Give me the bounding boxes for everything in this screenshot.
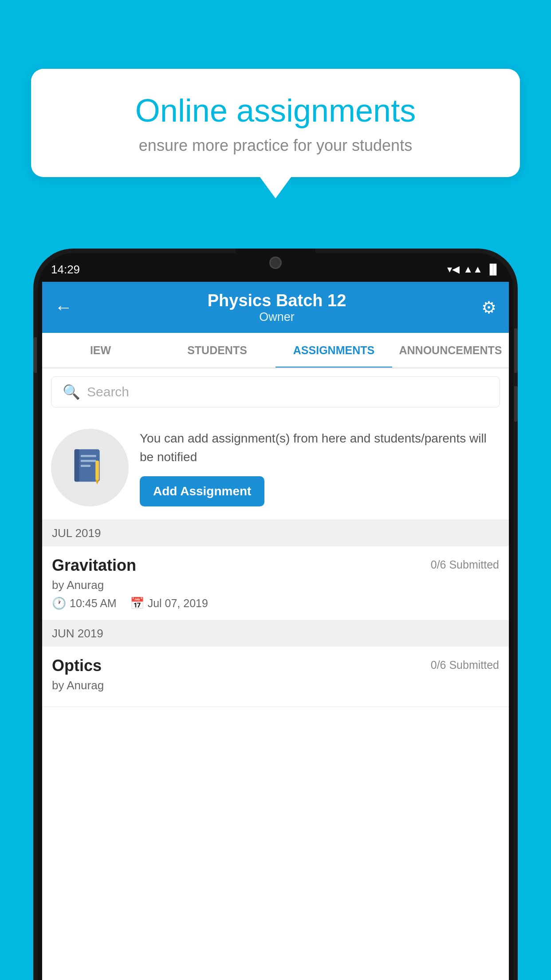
power-button-bottom <box>514 386 518 422</box>
header-center: Physics Batch 12 Owner <box>72 291 481 324</box>
search-icon: 🔍 <box>63 383 80 400</box>
power-button-top <box>514 328 518 373</box>
assignment-item-gravitation[interactable]: Gravitation 0/6 Submitted by Anurag 🕐 10… <box>42 546 509 620</box>
speech-bubble: Online assignments ensure more practice … <box>31 69 520 177</box>
svg-rect-1 <box>75 449 79 482</box>
signal-icon: ▲▲ <box>463 264 483 275</box>
add-assignment-right: You can add assignment(s) from here and … <box>140 429 500 506</box>
phone-inner: 14:29 ▾◀ ▲▲ ▐▌ ← Physics Batch 12 Owner … <box>38 253 513 980</box>
tabs-container: IEW STUDENTS ASSIGNMENTS ANNOUNCEMENTS <box>42 333 509 368</box>
assignment-top: Gravitation 0/6 Submitted <box>52 556 499 575</box>
assignment-submitted-optics: 0/6 Submitted <box>431 659 499 672</box>
status-time: 14:29 <box>51 263 80 277</box>
add-assignment-button[interactable]: Add Assignment <box>140 476 264 506</box>
notch-camera <box>269 257 282 269</box>
svg-rect-5 <box>95 461 99 480</box>
bubble-subtitle: ensure more practice for your students <box>58 136 493 155</box>
tab-announcements[interactable]: ANNOUNCEMENTS <box>392 333 509 368</box>
assignment-name-optics: Optics <box>52 656 102 675</box>
clock-icon: 🕐 <box>52 597 66 610</box>
app-screen: ← Physics Batch 12 Owner ⚙ IEW STUDENTS … <box>42 282 509 980</box>
header-title: Physics Batch 12 <box>72 291 481 310</box>
search-placeholder: Search <box>87 384 129 399</box>
status-icons: ▾◀ ▲▲ ▐▌ <box>447 264 500 275</box>
tab-assignments[interactable]: ASSIGNMENTS <box>276 333 392 368</box>
wifi-icon: ▾◀ <box>447 264 460 275</box>
svg-rect-4 <box>81 465 91 467</box>
svg-rect-3 <box>81 460 96 462</box>
speech-bubble-container: Online assignments ensure more practice … <box>31 69 520 177</box>
battery-icon: ▐▌ <box>486 264 500 275</box>
assignment-item-optics[interactable]: Optics 0/6 Submitted by Anurag <box>42 647 509 707</box>
tab-students[interactable]: STUDENTS <box>159 333 276 368</box>
section-header-jun: JUN 2019 <box>42 620 509 647</box>
assignment-by-optics: by Anurag <box>52 679 499 692</box>
volume-button <box>33 337 37 373</box>
app-header: ← Physics Batch 12 Owner ⚙ <box>42 282 509 333</box>
assignment-by-gravitation: by Anurag <box>52 578 499 592</box>
search-input[interactable]: 🔍 Search <box>51 376 500 407</box>
notebook-icon-circle <box>51 429 129 506</box>
search-container: 🔍 Search <box>42 368 509 415</box>
add-assignment-section: You can add assignment(s) from here and … <box>42 415 509 520</box>
assignment-top-optics: Optics 0/6 Submitted <box>52 656 499 675</box>
phone-frame: 14:29 ▾◀ ▲▲ ▐▌ ← Physics Batch 12 Owner … <box>33 249 518 980</box>
header-subtitle: Owner <box>72 310 481 324</box>
assignment-date-gravitation: 📅 Jul 07, 2019 <box>130 597 208 610</box>
settings-icon[interactable]: ⚙ <box>481 298 496 317</box>
assignment-name-gravitation: Gravitation <box>52 556 136 575</box>
notch <box>236 249 315 273</box>
calendar-icon: 📅 <box>130 597 144 610</box>
back-button[interactable]: ← <box>55 297 72 317</box>
notebook-icon <box>69 447 111 489</box>
bubble-title: Online assignments <box>58 93 493 128</box>
svg-rect-2 <box>81 455 96 457</box>
tab-iew[interactable]: IEW <box>42 333 159 368</box>
assignment-time-gravitation: 🕐 10:45 AM <box>52 597 117 610</box>
add-assignment-description: You can add assignment(s) from here and … <box>140 429 500 466</box>
section-header-jul: JUL 2019 <box>42 520 509 546</box>
svg-marker-6 <box>95 480 99 485</box>
assignment-submitted-gravitation: 0/6 Submitted <box>431 558 499 571</box>
assignment-meta-gravitation: 🕐 10:45 AM 📅 Jul 07, 2019 <box>52 597 499 610</box>
